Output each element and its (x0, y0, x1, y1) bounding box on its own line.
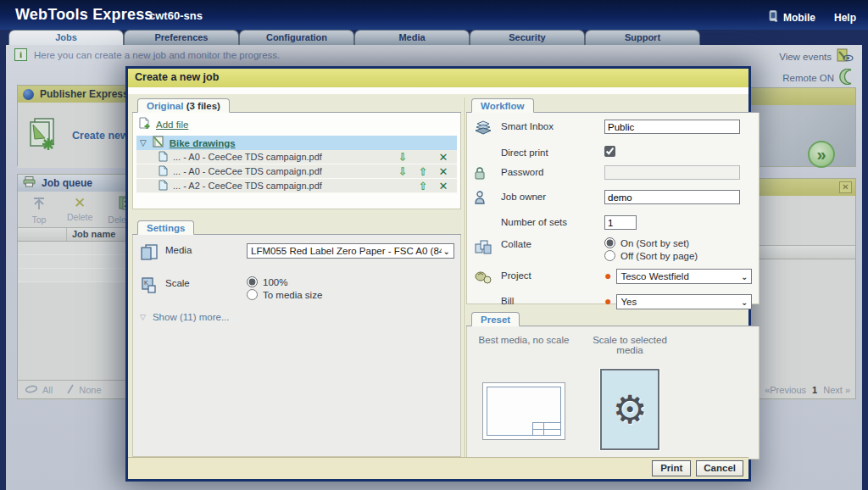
scale-to-media-option[interactable]: To media size (247, 289, 322, 300)
original-file-count: (3 files) (186, 101, 220, 111)
original-file-area: Add file ▽ Bike drawings ... - A0 - CeeC… (132, 113, 461, 209)
folder-row[interactable]: ▽ Bike drawings (136, 136, 457, 150)
preset-best-media-thumbnail[interactable] (482, 382, 565, 440)
number-of-sets-input[interactable] (604, 215, 637, 230)
workflow-section-header: Workflow (466, 97, 760, 113)
dropdown-chevron-icon: ⌄ (442, 247, 452, 256)
move-up-icon[interactable]: ⇧ (419, 180, 428, 192)
file-row[interactable]: ... - A0 - CeeCee TDS campaign.pdf ⇩ ⇧ ✕ (136, 164, 457, 179)
scale-100-radio[interactable] (247, 276, 258, 287)
original-tab-label: Original (147, 101, 183, 111)
workflow-area: Smart Inbox Direct print Password (466, 113, 760, 304)
collate-off-radio[interactable] (604, 250, 615, 261)
column-divider (463, 97, 465, 457)
preset-best-media-option[interactable]: Best media, no scale (474, 335, 574, 450)
settings-area: Media LFM055 Red Label Zero Paper - FSC … (132, 235, 461, 457)
preset-tab[interactable]: Preset (471, 312, 520, 326)
scale-icon: K (140, 276, 165, 298)
top-bar: WebTools Express cwt60-sns Mobile Help (0, 0, 868, 30)
media-icon (140, 243, 165, 264)
add-file-button[interactable]: Add file (136, 115, 457, 136)
project-select[interactable]: Tesco Westfield ⌄ (616, 269, 752, 284)
webtools-express-page: WebTools Express cwt60-sns Mobile Help J… (0, 0, 868, 490)
scale-label: Scale (165, 276, 247, 288)
collate-on-label: On (Sort by set) (620, 238, 689, 248)
help-label: Help (834, 12, 856, 24)
scale-100-label: 100% (263, 277, 287, 287)
job-owner-person-icon (474, 190, 501, 208)
mobile-link[interactable]: Mobile (768, 10, 815, 25)
mobile-label: Mobile (783, 12, 815, 24)
direct-print-checkbox[interactable] (604, 146, 615, 157)
job-owner-input[interactable] (604, 190, 740, 204)
preset-scale-label: Scale to selected media (589, 335, 670, 364)
document-set-icon (153, 136, 164, 150)
collate-off-label: Off (Sort by page) (620, 251, 698, 261)
media-selected-value: LFM055 Red Label Zero Paper - FSC A0 (84… (251, 246, 442, 256)
smart-inbox-input[interactable] (604, 120, 740, 134)
collate-off-option[interactable]: Off (Sort by page) (604, 250, 698, 261)
move-down-icon[interactable]: ⇩ (398, 165, 408, 178)
scale-to-media-label: To media size (263, 290, 322, 300)
password-label: Password (501, 165, 604, 177)
password-input (604, 165, 740, 180)
expand-triangle-icon: ▽ (140, 313, 146, 321)
add-file-label: Add file (156, 120, 188, 130)
collate-on-radio[interactable] (604, 237, 615, 248)
preset-scale-option[interactable]: Scale to selected media ⚙ (589, 335, 670, 450)
move-up-icon[interactable]: ⇧ (419, 165, 428, 178)
app-title: WebTools Express (15, 6, 153, 24)
project-selected-value: Tesco Westfield (620, 271, 739, 281)
preset-best-media-label: Best media, no scale (479, 335, 570, 364)
project-money-icon (474, 269, 501, 287)
settings-tab-label: Settings (147, 223, 185, 233)
file-page-icon (159, 180, 168, 192)
workflow-tab[interactable]: Workflow (471, 98, 534, 113)
password-lock-icon (474, 165, 501, 182)
settings-section-header: Settings (132, 220, 461, 235)
collate-on-option[interactable]: On (Sort by set) (604, 237, 698, 248)
cancel-button[interactable]: Cancel (696, 460, 743, 476)
show-more-link[interactable]: ▽ Show (11) more... (140, 312, 453, 322)
original-section-header: Original (3 files) (132, 97, 461, 113)
mobile-phone-icon (768, 10, 779, 25)
file-name: ... - A2 - CeeCee TDS campaign.pdf (168, 181, 392, 191)
help-link[interactable]: Help (834, 12, 856, 24)
dialog-title-strip (128, 87, 748, 94)
file-name: ... - A0 - CeeCee TDS campaign.pdf (168, 166, 392, 176)
media-label: Media (165, 243, 247, 255)
folder-name-link[interactable]: Bike drawings (170, 138, 236, 148)
file-page-icon (159, 165, 168, 178)
dialog-footer: Print Cancel (128, 457, 748, 479)
file-name: ... - A0 - CeeCee TDS campaign.pdf (168, 152, 392, 162)
dropdown-chevron-icon: ⌄ (739, 272, 749, 281)
print-button[interactable]: Print (652, 460, 691, 476)
project-label: Project (501, 269, 604, 281)
collapse-triangle-icon[interactable]: ▽ (140, 138, 147, 148)
collate-icon (474, 237, 501, 258)
scale-to-media-radio[interactable] (247, 289, 258, 300)
dialog-title: Create a new job (128, 69, 748, 87)
preset-tab-label: Preset (481, 315, 510, 325)
move-down-icon[interactable]: ⇩ (398, 151, 408, 164)
collate-label: Collate (501, 237, 604, 249)
direct-print-label: Direct print (501, 146, 604, 158)
file-row[interactable]: ... - A0 - CeeCee TDS campaign.pdf ⇩ ✕ (136, 150, 457, 164)
media-select[interactable]: LFM055 Red Label Zero Paper - FSC A0 (84… (247, 243, 454, 259)
remove-file-icon[interactable]: ✕ (439, 180, 448, 192)
file-row[interactable]: ... - A2 - CeeCee TDS campaign.pdf ⇧ ✕ (136, 179, 457, 193)
preset-scale-thumbnail[interactable]: ⚙ (600, 369, 659, 450)
number-of-sets-label: Number of sets (501, 215, 604, 227)
smart-inbox-icon (474, 120, 501, 138)
smart-inbox-label: Smart Inbox (501, 120, 604, 131)
original-tab[interactable]: Original (3 files) (137, 98, 230, 113)
add-file-icon (138, 117, 151, 132)
remove-file-icon[interactable]: ✕ (439, 165, 448, 178)
remove-file-icon[interactable]: ✕ (439, 151, 448, 164)
preset-section-header: Preset (466, 311, 760, 326)
preset-area: Best media, no scale Scale to selected m… (466, 326, 760, 459)
create-job-dialog: Create a new job Original (3 files) Ad (125, 66, 751, 482)
settings-tab[interactable]: Settings (137, 220, 194, 235)
file-page-icon (159, 151, 168, 164)
scale-100-option[interactable]: 100% (247, 276, 322, 287)
